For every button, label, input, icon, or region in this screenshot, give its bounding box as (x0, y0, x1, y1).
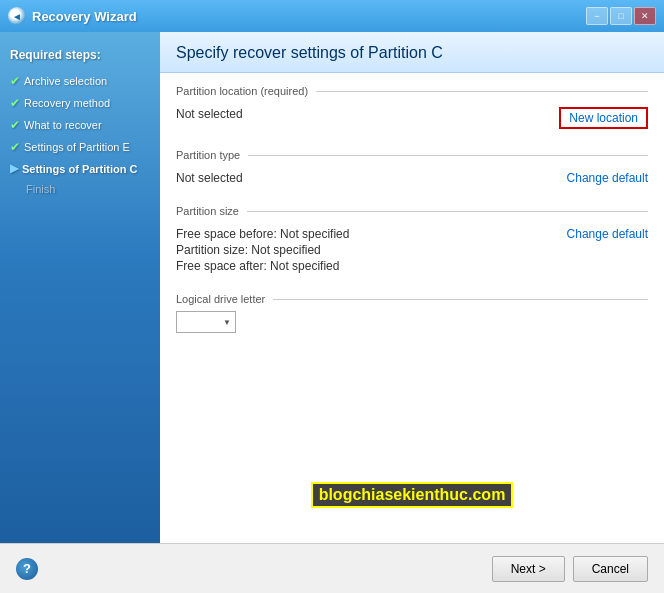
logical-drive-header: Logical drive letter (176, 293, 648, 305)
partition-size-lines: Free space before: Not specified Partiti… (176, 227, 349, 273)
title-controls: − □ ✕ (586, 7, 656, 25)
title-bar: ◄ Recovery Wizard − □ ✕ (0, 0, 664, 32)
cancel-button[interactable]: Cancel (573, 556, 648, 582)
free-space-before: Free space before: Not specified (176, 227, 349, 241)
bottom-bar: ? Next > Cancel (0, 543, 664, 593)
next-button[interactable]: Next > (492, 556, 565, 582)
logical-drive-section: Logical drive letter ▼ (176, 293, 648, 333)
bottom-left: ? (16, 558, 38, 580)
sidebar-heading: Required steps: (0, 44, 160, 70)
content-header: Specify recover settings of Partition C (160, 32, 664, 73)
maximize-button[interactable]: □ (610, 7, 632, 25)
content-area: Specify recover settings of Partition C … (160, 32, 664, 593)
partition-size-title: Partition size (176, 205, 239, 217)
bottom-buttons: Next > Cancel (492, 556, 648, 582)
sidebar-label-archive: Archive selection (24, 75, 107, 87)
drive-select-row: ▼ (176, 311, 648, 333)
check-icon-4: ✔ (10, 140, 20, 154)
check-icon-2: ✔ (10, 96, 20, 110)
sidebar-item-settings-c[interactable]: ▶ Settings of Partition C (0, 158, 160, 179)
close-button[interactable]: ✕ (634, 7, 656, 25)
sidebar-bottom (0, 199, 160, 581)
section-divider (316, 91, 648, 92)
sidebar-label-settings-e: Settings of Partition E (24, 141, 130, 153)
partition-location-row: Not selected New location (176, 103, 648, 133)
check-icon-3: ✔ (10, 118, 20, 132)
section-divider-3 (247, 211, 648, 212)
partition-size-header: Partition size (176, 205, 648, 217)
change-default-size-link[interactable]: Change default (567, 227, 648, 241)
current-arrow-icon: ▶ (10, 162, 18, 175)
partition-location-section: Partition location (required) Not select… (176, 85, 648, 133)
partition-type-value: Not selected (176, 171, 243, 185)
help-button[interactable]: ? (16, 558, 38, 580)
partition-type-row: Not selected Change default (176, 167, 648, 189)
content-body: Partition location (required) Not select… (160, 73, 664, 593)
partition-type-title: Partition type (176, 149, 240, 161)
partition-type-header: Partition type (176, 149, 648, 161)
sidebar-label-finish: Finish (26, 183, 55, 195)
change-default-type-link[interactable]: Change default (567, 171, 648, 185)
partition-location-value: Not selected (176, 107, 243, 121)
sidebar: Required steps: ✔ Archive selection ✔ Re… (0, 32, 160, 593)
sidebar-item-recovery-method[interactable]: ✔ Recovery method (0, 92, 160, 114)
sidebar-label-what: What to recover (24, 119, 102, 131)
partition-location-title: Partition location (required) (176, 85, 308, 97)
minimize-button[interactable]: − (586, 7, 608, 25)
section-divider-2 (248, 155, 648, 156)
sidebar-item-settings-e[interactable]: ✔ Settings of Partition E (0, 136, 160, 158)
partition-size-row: Free space before: Not specified Partiti… (176, 223, 648, 277)
sidebar-item-finish: Finish (0, 179, 160, 199)
logical-drive-title: Logical drive letter (176, 293, 265, 305)
partition-size-value: Partition size: Not specified (176, 243, 349, 257)
sidebar-item-archive-selection[interactable]: ✔ Archive selection (0, 70, 160, 92)
sidebar-label-settings-c: Settings of Partition C (22, 163, 138, 175)
content-title: Specify recover settings of Partition C (176, 44, 648, 62)
partition-type-section: Partition type Not selected Change defau… (176, 149, 648, 189)
partition-size-section: Partition size Free space before: Not sp… (176, 205, 648, 277)
sidebar-label-recovery: Recovery method (24, 97, 110, 109)
app-icon: ◄ (8, 7, 26, 25)
new-location-button[interactable]: New location (559, 107, 648, 129)
partition-location-header: Partition location (required) (176, 85, 648, 97)
check-icon: ✔ (10, 74, 20, 88)
window-title: Recovery Wizard (32, 9, 137, 24)
select-arrow-icon: ▼ (223, 318, 231, 327)
sidebar-item-what-to-recover[interactable]: ✔ What to recover (0, 114, 160, 136)
title-bar-left: ◄ Recovery Wizard (8, 7, 137, 25)
main-container: Required steps: ✔ Archive selection ✔ Re… (0, 32, 664, 593)
drive-letter-select[interactable]: ▼ (176, 311, 236, 333)
section-divider-4 (273, 299, 648, 300)
free-space-after: Free space after: Not specified (176, 259, 349, 273)
